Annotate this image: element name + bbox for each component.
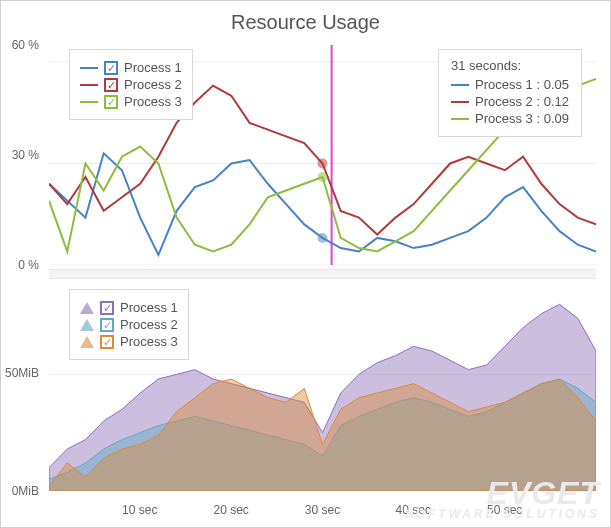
legend-item[interactable]: Process 2	[80, 317, 178, 332]
tooltip-value: Process 3 : 0.09	[475, 111, 569, 126]
legend-label: Process 3	[120, 334, 178, 349]
checkbox-icon[interactable]	[100, 318, 114, 332]
legend-label: Process 1	[124, 60, 182, 75]
checkbox-icon[interactable]	[104, 61, 118, 75]
resource-usage-window: Resource Usage 0 % 30 % 60 % Process 1 P…	[0, 0, 611, 528]
cpu-line-chart[interactable]: Process 1 Process 2 Process 3 31 seconds…	[49, 45, 596, 265]
top-y-axis: 0 % 30 % 60 %	[1, 45, 45, 265]
panel-separator	[49, 269, 596, 279]
bot-y-axis: 0MiB 50MiB	[1, 281, 45, 491]
line-swatch-icon	[451, 84, 469, 86]
legend-label: Process 3	[124, 94, 182, 109]
legend-bot[interactable]: Process 1 Process 2 Process 3	[69, 289, 189, 360]
legend-item[interactable]: Process 3	[80, 334, 178, 349]
legend-item[interactable]: Process 3	[80, 94, 182, 109]
y-tick: 60 %	[12, 38, 39, 52]
legend-item[interactable]: Process 2	[80, 77, 182, 92]
triangle-swatch-icon	[80, 336, 94, 348]
line-swatch-icon	[80, 101, 98, 103]
checkbox-icon[interactable]	[104, 78, 118, 92]
x-tick: 40 sec	[396, 503, 431, 517]
page-title: Resource Usage	[1, 1, 610, 40]
legend-label: Process 1	[120, 300, 178, 315]
svg-point-5	[318, 158, 328, 168]
legend-item[interactable]: Process 1	[80, 300, 178, 315]
line-swatch-icon	[451, 118, 469, 120]
line-swatch-icon	[80, 84, 98, 86]
hover-tooltip: 31 seconds: Process 1 : 0.05 Process 2 :…	[438, 49, 582, 137]
memory-area-chart[interactable]: Process 1 Process 2 Process 3	[49, 281, 596, 491]
y-tick: 30 %	[12, 148, 39, 162]
x-tick: 10 sec	[122, 503, 157, 517]
y-tick: 50MiB	[5, 366, 39, 380]
tooltip-header: 31 seconds:	[451, 58, 569, 73]
y-tick: 0MiB	[12, 484, 39, 498]
y-tick: 0 %	[18, 258, 39, 272]
x-tick: 30 sec	[305, 503, 340, 517]
tooltip-value: Process 1 : 0.05	[475, 77, 569, 92]
checkbox-icon[interactable]	[104, 95, 118, 109]
legend-top[interactable]: Process 1 Process 2 Process 3	[69, 49, 193, 120]
legend-label: Process 2	[120, 317, 178, 332]
svg-point-4	[318, 233, 328, 243]
checkbox-icon[interactable]	[100, 301, 114, 315]
triangle-swatch-icon	[80, 319, 94, 331]
x-tick: 50 sec	[487, 503, 522, 517]
legend-item[interactable]: Process 1	[80, 60, 182, 75]
legend-label: Process 2	[124, 77, 182, 92]
x-axis: 10 sec 20 sec 30 sec 40 sec 50 sec	[49, 503, 596, 523]
tooltip-value: Process 2 : 0.12	[475, 94, 569, 109]
svg-point-6	[318, 172, 328, 182]
line-swatch-icon	[451, 101, 469, 103]
x-tick: 20 sec	[213, 503, 248, 517]
triangle-swatch-icon	[80, 302, 94, 314]
line-swatch-icon	[80, 67, 98, 69]
checkbox-icon[interactable]	[100, 335, 114, 349]
